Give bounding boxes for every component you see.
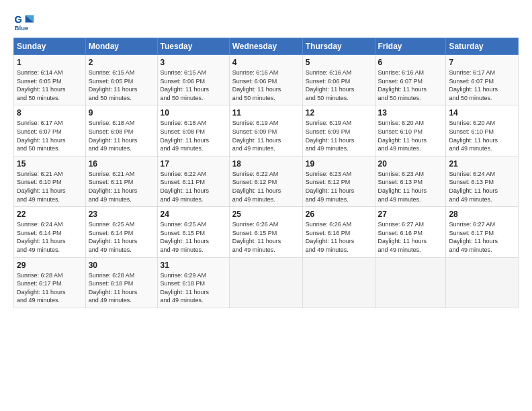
day-number: 3 [161,58,226,67]
calendar-cell: 1Sunrise: 6:14 AMSunset: 6:05 PMDaylight… [14,55,86,105]
day-info: Sunrise: 6:27 AMSunset: 6:16 PMDaylight:… [378,220,443,254]
calendar-cell: 31Sunrise: 6:29 AMSunset: 6:18 PMDayligh… [157,257,229,308]
day-info: Sunrise: 6:20 AMSunset: 6:10 PMDaylight:… [378,119,443,152]
day-number: 1 [17,58,83,67]
calendar-cell: 25Sunrise: 6:26 AMSunset: 6:15 PMDayligh… [229,207,302,257]
calendar-cell: 23Sunrise: 6:25 AMSunset: 6:14 PMDayligh… [85,207,157,257]
day-number: 2 [89,58,154,67]
day-info: Sunrise: 6:26 AMSunset: 6:15 PMDaylight:… [232,220,300,254]
calendar-cell: 16Sunrise: 6:21 AMSunset: 6:11 PMDayligh… [85,156,157,206]
calendar-cell: 10Sunrise: 6:18 AMSunset: 6:08 PMDayligh… [157,105,229,156]
day-info: Sunrise: 6:16 AMSunset: 6:06 PMDaylight:… [232,68,300,102]
calendar-cell: 19Sunrise: 6:23 AMSunset: 6:12 PMDayligh… [302,156,375,206]
day-info: Sunrise: 6:24 AMSunset: 6:13 PMDaylight:… [449,170,515,203]
day-info: Sunrise: 6:23 AMSunset: 6:13 PMDaylight:… [378,170,443,203]
day-number: 10 [161,108,226,118]
day-number: 12 [306,108,372,118]
day-info: Sunrise: 6:14 AMSunset: 6:05 PMDaylight:… [17,68,83,102]
calendar-cell: 20Sunrise: 6:23 AMSunset: 6:13 PMDayligh… [375,156,446,206]
day-info: Sunrise: 6:27 AMSunset: 6:17 PMDaylight:… [449,220,515,254]
calendar-cell: 12Sunrise: 6:19 AMSunset: 6:09 PMDayligh… [302,105,375,156]
calendar-header-row: SundayMondayTuesdayWednesdayThursdayFrid… [14,38,519,55]
day-number: 20 [378,159,443,169]
calendar-cell: 5Sunrise: 6:16 AMSunset: 6:06 PMDaylight… [302,55,375,105]
day-number: 24 [161,210,226,219]
day-info: Sunrise: 6:23 AMSunset: 6:12 PMDaylight:… [306,170,372,203]
day-info: Sunrise: 6:16 AMSunset: 6:06 PMDaylight:… [306,68,372,102]
calendar-week-row: 1Sunrise: 6:14 AMSunset: 6:05 PMDaylight… [14,55,519,105]
calendar-cell: 22Sunrise: 6:24 AMSunset: 6:14 PMDayligh… [14,207,86,257]
svg-text:G: G [15,14,22,25]
calendar-cell: 6Sunrise: 6:16 AMSunset: 6:07 PMDaylight… [375,55,446,105]
calendar-cell [446,257,519,308]
calendar-cell: 29Sunrise: 6:28 AMSunset: 6:17 PMDayligh… [14,257,86,308]
page: G Blue G SundayMondayTuesdayWednesdayThu… [0,0,532,411]
day-number: 29 [17,261,83,270]
calendar-cell: 7Sunrise: 6:17 AMSunset: 6:07 PMDaylight… [446,55,519,105]
day-info: Sunrise: 6:17 AMSunset: 6:07 PMDaylight:… [17,119,83,152]
day-number: 7 [449,58,515,67]
calendar-cell: 24Sunrise: 6:25 AMSunset: 6:15 PMDayligh… [157,207,229,257]
day-info: Sunrise: 6:18 AMSunset: 6:08 PMDaylight:… [161,119,226,152]
day-info: Sunrise: 6:21 AMSunset: 6:10 PMDaylight:… [17,170,83,203]
day-info: Sunrise: 6:21 AMSunset: 6:11 PMDaylight:… [89,170,154,203]
day-info: Sunrise: 6:25 AMSunset: 6:15 PMDaylight:… [161,220,226,254]
logo: G Blue G [13,11,38,32]
calendar-cell: 17Sunrise: 6:22 AMSunset: 6:11 PMDayligh… [157,156,229,206]
calendar-cell: 18Sunrise: 6:22 AMSunset: 6:12 PMDayligh… [229,156,302,206]
day-info: Sunrise: 6:22 AMSunset: 6:11 PMDaylight:… [161,170,226,203]
calendar-table: SundayMondayTuesdayWednesdayThursdayFrid… [13,38,519,308]
calendar-cell: 14Sunrise: 6:20 AMSunset: 6:10 PMDayligh… [446,105,519,156]
day-info: Sunrise: 6:20 AMSunset: 6:10 PMDaylight:… [449,119,515,152]
day-number: 22 [17,210,83,219]
calendar-cell: 13Sunrise: 6:20 AMSunset: 6:10 PMDayligh… [375,105,446,156]
day-number: 18 [232,159,300,169]
day-info: Sunrise: 6:18 AMSunset: 6:08 PMDaylight:… [89,119,154,152]
day-number: 21 [449,159,515,169]
calendar-cell: 27Sunrise: 6:27 AMSunset: 6:16 PMDayligh… [375,207,446,257]
day-info: Sunrise: 6:19 AMSunset: 6:09 PMDaylight:… [232,119,300,152]
calendar-week-row: 22Sunrise: 6:24 AMSunset: 6:14 PMDayligh… [14,207,519,257]
svg-text:Blue: Blue [15,24,29,32]
calendar-cell: 2Sunrise: 6:15 AMSunset: 6:05 PMDaylight… [85,55,157,105]
calendar-header-saturday: Saturday [446,38,519,55]
day-number: 4 [232,58,300,67]
day-number: 5 [306,58,372,67]
day-number: 8 [17,108,83,118]
calendar-week-row: 8Sunrise: 6:17 AMSunset: 6:07 PMDaylight… [14,105,519,156]
calendar-week-row: 15Sunrise: 6:21 AMSunset: 6:10 PMDayligh… [14,156,519,206]
day-number: 25 [232,210,300,219]
day-info: Sunrise: 6:19 AMSunset: 6:09 PMDaylight:… [306,119,372,152]
calendar-header-wednesday: Wednesday [229,38,302,55]
day-number: 28 [449,210,515,219]
day-number: 6 [378,58,443,67]
calendar-cell: 4Sunrise: 6:16 AMSunset: 6:06 PMDaylight… [229,55,302,105]
day-number: 9 [89,108,154,118]
calendar-cell: 9Sunrise: 6:18 AMSunset: 6:08 PMDaylight… [85,105,157,156]
calendar-header-tuesday: Tuesday [157,38,229,55]
calendar-cell [229,257,302,308]
calendar-cell [302,257,375,308]
day-info: Sunrise: 6:26 AMSunset: 6:16 PMDaylight:… [306,220,372,254]
day-info: Sunrise: 6:28 AMSunset: 6:17 PMDaylight:… [17,271,83,305]
calendar-cell: 26Sunrise: 6:26 AMSunset: 6:16 PMDayligh… [302,207,375,257]
day-info: Sunrise: 6:15 AMSunset: 6:06 PMDaylight:… [161,68,226,102]
calendar-header-monday: Monday [85,38,157,55]
calendar-cell: 30Sunrise: 6:28 AMSunset: 6:18 PMDayligh… [85,257,157,308]
day-info: Sunrise: 6:24 AMSunset: 6:14 PMDaylight:… [17,220,83,254]
calendar-header-friday: Friday [375,38,446,55]
day-info: Sunrise: 6:16 AMSunset: 6:07 PMDaylight:… [378,68,443,102]
calendar-cell: 8Sunrise: 6:17 AMSunset: 6:07 PMDaylight… [14,105,86,156]
day-number: 27 [378,210,443,219]
day-number: 16 [89,159,154,169]
day-number: 30 [89,261,154,270]
calendar-cell: 15Sunrise: 6:21 AMSunset: 6:10 PMDayligh… [14,156,86,206]
logo-icon: G Blue G [13,11,35,32]
day-number: 14 [449,108,515,118]
day-info: Sunrise: 6:28 AMSunset: 6:18 PMDaylight:… [89,271,154,305]
day-info: Sunrise: 6:15 AMSunset: 6:05 PMDaylight:… [89,68,154,102]
calendar-cell: 28Sunrise: 6:27 AMSunset: 6:17 PMDayligh… [446,207,519,257]
day-number: 13 [378,108,443,118]
calendar-cell: 21Sunrise: 6:24 AMSunset: 6:13 PMDayligh… [446,156,519,206]
day-info: Sunrise: 6:22 AMSunset: 6:12 PMDaylight:… [232,170,300,203]
